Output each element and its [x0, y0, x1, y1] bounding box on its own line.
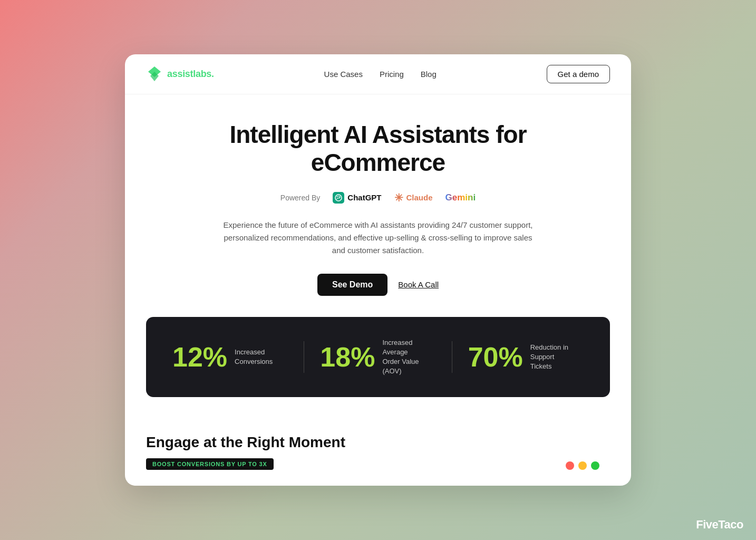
logo[interactable]: assistlabs.: [146, 65, 214, 82]
logo-text: assistlabs.: [167, 69, 214, 80]
book-call-button[interactable]: Book A Call: [398, 280, 439, 289]
boost-badge: BOOST CONVERSIONS BY UP TO 3X: [146, 458, 274, 470]
hero-description: Experience the future of eCommerce with …: [220, 219, 536, 257]
stat-tickets-number: 70%: [468, 343, 523, 371]
engage-title: Engage at the Right Moment: [146, 434, 610, 451]
gemini-badge: Gemini: [445, 192, 476, 203]
stat-conversions-number: 12%: [172, 343, 227, 371]
logo-icon: [146, 65, 163, 82]
stat-divider-1: [304, 341, 304, 373]
stats-bar: 12% Increased Conversions 18% Increased …: [146, 317, 610, 398]
stat-tickets: 70% Reduction in Support Tickets: [468, 343, 584, 372]
mac-dot-minimize: [578, 461, 587, 470]
nav-use-cases[interactable]: Use Cases: [324, 70, 363, 79]
gemini-label: Gemini: [445, 192, 476, 203]
stat-divider-2: [452, 341, 452, 373]
powered-label: Powered By: [280, 194, 320, 202]
stat-aov-number: 18%: [320, 343, 375, 371]
stat-conversions: 12% Increased Conversions: [172, 343, 288, 371]
stat-conversions-label: Increased Conversions: [235, 348, 277, 367]
chatgpt-label: ChatGPT: [347, 193, 381, 202]
claude-label: Claude: [406, 193, 433, 202]
get-demo-button[interactable]: Get a demo: [547, 65, 610, 83]
stat-aov: 18% Increased Average Order Value (AOV): [320, 338, 435, 377]
see-demo-button[interactable]: See Demo: [317, 274, 387, 296]
hero-title: Intelligent AI Assistants for eCommerce: [146, 121, 610, 177]
powered-by-row: Powered By ChatGPT ✳ Claude Gemini: [146, 191, 610, 204]
nav-blog[interactable]: Blog: [421, 70, 437, 79]
hero-buttons: See Demo Book A Call: [146, 274, 610, 296]
watermark: FiveTaco: [696, 518, 743, 532]
hero-section: Intelligent AI Assistants for eCommerce …: [125, 94, 631, 317]
mac-dot-close: [566, 461, 574, 470]
claude-badge: ✳ Claude: [394, 191, 433, 204]
chatgpt-badge: ChatGPT: [333, 192, 381, 204]
bottom-section: Engage at the Right Moment BOOST CONVERS…: [125, 418, 631, 486]
nav-links: Use Cases Pricing Blog: [324, 70, 437, 79]
mac-dot-maximize: [591, 461, 599, 470]
mac-window-preview: [566, 461, 599, 470]
stat-aov-label: Increased Average Order Value (AOV): [382, 338, 424, 377]
stat-tickets-label: Reduction in Support Tickets: [530, 343, 573, 372]
claude-icon: ✳: [394, 191, 403, 204]
chatgpt-icon: [333, 192, 344, 204]
nav-pricing[interactable]: Pricing: [380, 70, 404, 79]
navigation: assistlabs. Use Cases Pricing Blog Get a…: [125, 54, 631, 94]
